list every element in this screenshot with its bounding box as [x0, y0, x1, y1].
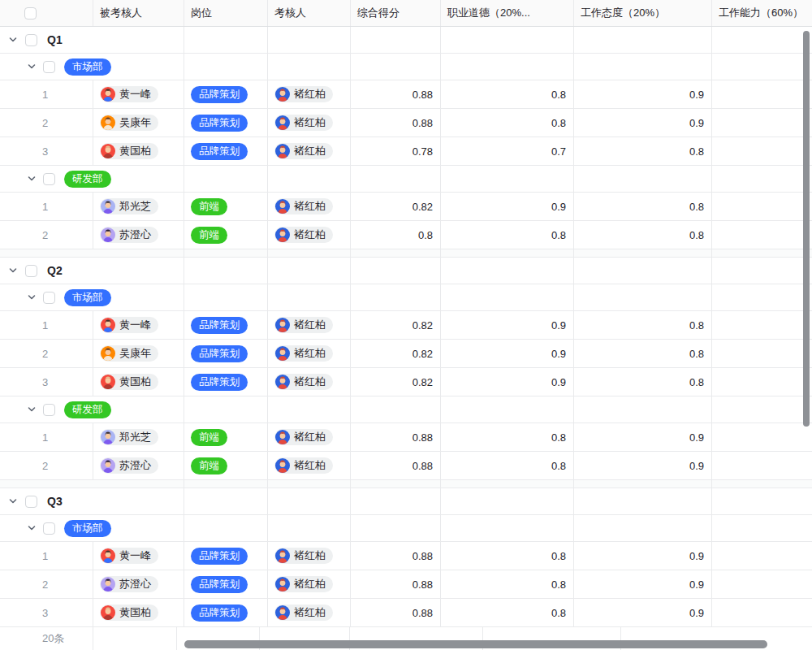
- empty-cell[interactable]: [712, 249, 812, 257]
- empty-cell[interactable]: [184, 396, 268, 422]
- empty-cell[interactable]: [441, 249, 574, 257]
- evaluator-chip[interactable]: 褚红柏: [268, 452, 351, 479]
- column-header[interactable]: 考核人: [268, 0, 351, 26]
- attitude-cell[interactable]: 0.8: [574, 137, 712, 165]
- score-cell[interactable]: 0.88: [351, 599, 441, 626]
- row-checkbox[interactable]: [43, 173, 55, 185]
- empty-cell[interactable]: [351, 166, 441, 192]
- ethics-cell[interactable]: 0.9: [441, 311, 574, 339]
- empty-cell[interactable]: [441, 284, 574, 310]
- score-cell[interactable]: 0.88: [351, 109, 441, 136]
- ability-cell[interactable]: [712, 137, 812, 165]
- evaluator-chip[interactable]: 褚红柏: [268, 311, 351, 339]
- empty-cell[interactable]: [574, 249, 712, 257]
- person-chip[interactable]: 黄国柏: [93, 137, 184, 165]
- empty-cell[interactable]: [184, 54, 268, 80]
- person-chip[interactable]: 苏澄心: [93, 570, 184, 598]
- chevron-down-icon[interactable]: [27, 174, 37, 184]
- person-chip[interactable]: 吴康年: [93, 340, 184, 367]
- department-group-cell[interactable]: 市场部: [0, 54, 184, 80]
- empty-cell[interactable]: [712, 258, 812, 284]
- position-tag[interactable]: 品牌策划: [184, 311, 268, 339]
- empty-cell[interactable]: [184, 488, 268, 514]
- ability-cell[interactable]: [712, 452, 812, 479]
- ability-cell[interactable]: [712, 423, 812, 451]
- evaluator-chip[interactable]: 褚红柏: [268, 109, 351, 136]
- empty-cell[interactable]: [351, 258, 441, 284]
- evaluator-chip[interactable]: 褚红柏: [268, 137, 351, 165]
- position-tag[interactable]: 品牌策划: [184, 80, 268, 108]
- ability-cell[interactable]: [712, 311, 812, 339]
- ethics-cell[interactable]: 0.9: [441, 368, 574, 396]
- chevron-down-icon[interactable]: [27, 292, 37, 302]
- attitude-cell[interactable]: 0.8: [574, 221, 712, 249]
- empty-cell[interactable]: [441, 54, 574, 80]
- empty-cell[interactable]: [441, 480, 574, 488]
- row-index-cell[interactable]: 2: [0, 340, 93, 367]
- empty-cell[interactable]: [441, 488, 574, 514]
- ethics-cell[interactable]: 0.7: [441, 137, 574, 165]
- attitude-cell[interactable]: 0.8: [574, 340, 712, 367]
- empty-cell[interactable]: [351, 249, 441, 257]
- column-header[interactable]: 岗位: [184, 0, 268, 26]
- row-checkbox[interactable]: [43, 292, 55, 304]
- person-chip[interactable]: 黄一峰: [93, 542, 184, 570]
- empty-cell[interactable]: [184, 166, 268, 192]
- column-header[interactable]: 综合得分: [351, 0, 441, 26]
- row-index-cell[interactable]: 3: [0, 368, 93, 396]
- evaluator-chip[interactable]: 褚红柏: [268, 221, 351, 249]
- position-tag[interactable]: 品牌策划: [184, 137, 268, 165]
- row-index-cell[interactable]: 2: [0, 570, 93, 598]
- department-group-cell[interactable]: 研发部: [0, 166, 184, 192]
- score-cell[interactable]: 0.88: [351, 80, 441, 108]
- chevron-down-icon[interactable]: [27, 405, 37, 414]
- attitude-cell[interactable]: 0.8: [574, 368, 712, 396]
- empty-cell[interactable]: [441, 396, 574, 422]
- person-chip[interactable]: 郑光芝: [93, 193, 184, 220]
- empty-cell[interactable]: [574, 284, 712, 310]
- person-chip[interactable]: 苏澄心: [93, 452, 184, 479]
- empty-cell[interactable]: [351, 515, 441, 541]
- position-tag[interactable]: 品牌策划: [184, 599, 268, 626]
- position-tag[interactable]: 品牌策划: [184, 368, 268, 396]
- attitude-cell[interactable]: 0.9: [574, 423, 712, 451]
- ability-cell[interactable]: [712, 542, 812, 570]
- score-cell[interactable]: 0.82: [351, 193, 441, 220]
- score-cell[interactable]: 0.88: [351, 423, 441, 451]
- empty-cell[interactable]: [268, 27, 351, 53]
- attitude-cell[interactable]: 0.9: [574, 80, 712, 108]
- empty-cell[interactable]: [184, 480, 268, 488]
- quarter-group-cell[interactable]: Q2: [0, 258, 184, 284]
- empty-cell[interactable]: [351, 480, 441, 488]
- attitude-cell[interactable]: 0.8: [574, 193, 712, 220]
- position-tag[interactable]: 品牌策划: [184, 542, 268, 570]
- ability-cell[interactable]: [712, 599, 812, 626]
- evaluator-chip[interactable]: 褚红柏: [268, 80, 351, 108]
- quarter-group-cell[interactable]: Q3: [0, 488, 184, 514]
- empty-cell[interactable]: [184, 284, 268, 310]
- row-index-cell[interactable]: 3: [0, 137, 93, 165]
- empty-cell[interactable]: [712, 480, 812, 488]
- row-checkbox[interactable]: [43, 61, 55, 73]
- score-cell[interactable]: 0.88: [351, 452, 441, 479]
- empty-cell[interactable]: [712, 515, 812, 541]
- position-tag[interactable]: 前端: [184, 452, 268, 479]
- empty-cell[interactable]: [351, 54, 441, 80]
- empty-cell[interactable]: [574, 480, 712, 488]
- ethics-cell[interactable]: 0.8: [441, 452, 574, 479]
- empty-cell[interactable]: [712, 488, 812, 514]
- row-index-cell[interactable]: 1: [0, 311, 93, 339]
- row-index-cell[interactable]: 2: [0, 109, 93, 136]
- score-cell[interactable]: 0.78: [351, 137, 441, 165]
- ability-cell[interactable]: [712, 368, 812, 396]
- evaluator-chip[interactable]: 褚红柏: [268, 542, 351, 570]
- ability-cell[interactable]: [712, 221, 812, 249]
- evaluator-chip[interactable]: 褚红柏: [268, 570, 351, 598]
- department-group-cell[interactable]: 市场部: [0, 284, 184, 310]
- empty-cell[interactable]: [441, 258, 574, 284]
- empty-cell[interactable]: [93, 627, 177, 650]
- empty-cell[interactable]: [268, 249, 351, 257]
- ethics-cell[interactable]: 0.8: [441, 542, 574, 570]
- empty-cell[interactable]: [574, 396, 712, 422]
- ethics-cell[interactable]: 0.8: [441, 570, 574, 598]
